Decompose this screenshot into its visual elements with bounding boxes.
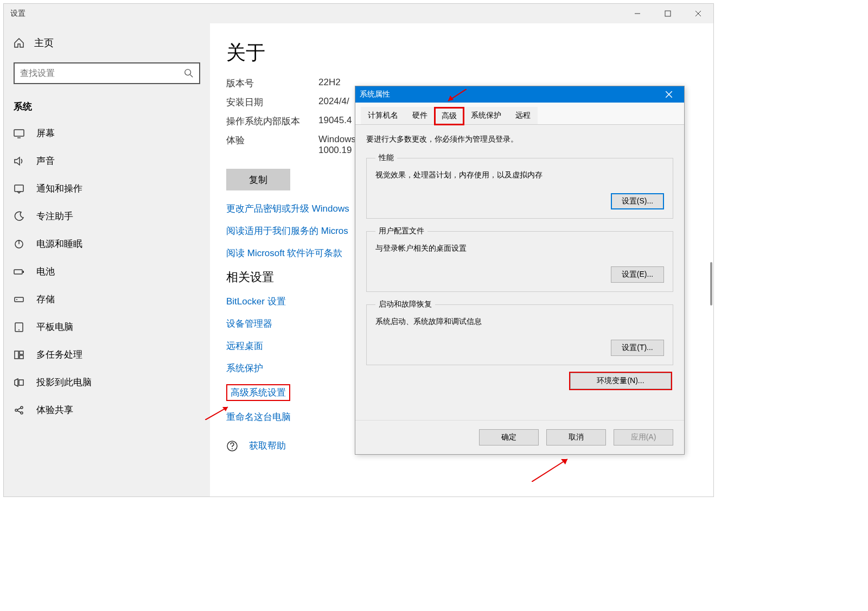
svg-line-5 [190, 75, 193, 78]
svg-point-4 [185, 69, 191, 75]
home-button[interactable]: 主页 [4, 31, 210, 55]
sidebar-item-display[interactable]: 屏幕 [4, 119, 210, 147]
system-properties-dialog: 系统属性 计算机名 硬件 高级 系统保护 远程 要进行大多数更改，你必须作为管理… [355, 86, 685, 455]
startup-desc: 系统启动、系统故障和调试信息 [375, 317, 664, 327]
share-icon [14, 405, 24, 416]
svg-rect-11 [14, 270, 22, 274]
sidebar-item-label: 声音 [36, 155, 55, 167]
svg-point-27 [232, 448, 233, 449]
multitask-icon [14, 349, 24, 360]
fieldset-startup: 启动和故障恢复 系统启动、系统故障和调试信息 设置(T)... [366, 300, 673, 365]
dialog-title: 系统属性 [360, 90, 390, 99]
sound-icon [14, 156, 24, 167]
sidebar-item-power[interactable]: 电源和睡眠 [4, 230, 210, 258]
sidebar-item-focus[interactable]: 专注助手 [4, 202, 210, 230]
apply-button[interactable]: 应用(A) [614, 429, 673, 445]
window-title: 设置 [10, 9, 25, 18]
svg-rect-12 [23, 271, 24, 273]
sidebar: 主页 系统 屏幕 声音 通知和操作 专注助手 [4, 23, 210, 497]
tab-remote[interactable]: 远程 [508, 107, 538, 124]
home-label: 主页 [34, 36, 54, 49]
sidebar-item-shared[interactable]: 体验共享 [4, 396, 210, 424]
legend-performance: 性能 [375, 153, 397, 163]
sidebar-header: 系统 [4, 92, 210, 119]
cancel-button[interactable]: 取消 [546, 429, 606, 445]
svg-point-23 [21, 412, 23, 414]
svg-point-22 [21, 406, 23, 409]
help-icon [226, 440, 238, 452]
dialog-close-button[interactable] [658, 86, 680, 103]
dialog-tabs: 计算机名 硬件 高级 系统保护 远程 [355, 103, 684, 125]
search-icon [184, 68, 194, 78]
info-value: 22H2 [318, 77, 341, 90]
svg-point-14 [16, 299, 17, 300]
fieldset-userprofiles: 用户配置文件 与登录帐户相关的桌面设置 设置(E)... [366, 226, 673, 292]
search-box[interactable] [14, 62, 200, 84]
title-bar: 设置 [4, 4, 713, 23]
tab-hardware[interactable]: 硬件 [405, 107, 435, 124]
legend-startup: 启动和故障恢复 [375, 300, 435, 309]
performance-settings-button[interactable]: 设置(S)... [611, 193, 664, 209]
page-title: 关于 [226, 40, 713, 66]
sidebar-item-sound[interactable]: 声音 [4, 147, 210, 175]
help-label: 获取帮助 [249, 440, 286, 452]
power-icon [14, 239, 24, 250]
svg-rect-17 [15, 351, 18, 359]
sidebar-item-project[interactable]: 投影到此电脑 [4, 368, 210, 396]
ok-button[interactable]: 确定 [479, 429, 539, 445]
svg-rect-6 [14, 130, 24, 136]
svg-line-25 [17, 411, 21, 412]
highlighted-link: 高级系统设置 [226, 384, 290, 401]
userprofiles-settings-button[interactable]: 设置(E)... [611, 266, 664, 283]
sidebar-item-tablet[interactable]: 平板电脑 [4, 313, 210, 341]
copy-button[interactable]: 复制 [226, 169, 290, 190]
search-input[interactable] [20, 68, 184, 78]
maximize-button[interactable] [653, 4, 683, 23]
userprofiles-desc: 与登录帐户相关的桌面设置 [375, 244, 664, 253]
sidebar-item-storage[interactable]: 存储 [4, 285, 210, 313]
svg-rect-20 [19, 380, 23, 385]
startup-settings-button[interactable]: 设置(T)... [611, 340, 664, 356]
dialog-footer: 确定 取消 应用(A) [355, 420, 684, 454]
info-label: 体验 [226, 134, 318, 156]
close-icon [666, 91, 672, 98]
sidebar-item-label: 通知和操作 [36, 182, 82, 195]
sidebar-item-label: 体验共享 [36, 404, 73, 416]
storage-icon [14, 294, 24, 305]
tab-advanced[interactable]: 高级 [435, 107, 464, 125]
info-label: 版本号 [226, 77, 318, 90]
minimize-button[interactable] [622, 4, 653, 23]
info-value: Windows 1000.19 [318, 134, 356, 156]
sidebar-item-multitask[interactable]: 多任务处理 [4, 341, 210, 368]
legend-userprofiles: 用户配置文件 [375, 226, 427, 236]
svg-rect-19 [20, 355, 23, 359]
fieldset-performance: 性能 视觉效果，处理器计划，内存使用，以及虚拟内存 设置(S)... [366, 153, 673, 219]
dialog-body: 要进行大多数更改，你必须作为管理员登录。 性能 视觉效果，处理器计划，内存使用，… [355, 125, 684, 399]
sidebar-item-notifications[interactable]: 通知和操作 [4, 175, 210, 202]
info-label: 安装日期 [226, 96, 318, 109]
info-value: 19045.4 [318, 115, 352, 128]
tab-computer-name[interactable]: 计算机名 [361, 107, 405, 124]
svg-point-16 [18, 329, 20, 330]
svg-rect-8 [15, 185, 23, 192]
scrollbar-thumb[interactable] [710, 262, 712, 306]
tablet-icon [14, 322, 24, 333]
environment-variables-button[interactable]: 环境变量(N)... [570, 373, 671, 389]
sidebar-item-label: 电源和睡眠 [36, 238, 82, 250]
window-controls [622, 4, 713, 23]
sidebar-item-label: 专注助手 [36, 210, 73, 222]
notification-icon [14, 183, 24, 194]
info-label: 操作系统内部版本 [226, 115, 318, 128]
tab-system-protection[interactable]: 系统保护 [464, 107, 508, 124]
close-button[interactable] [683, 4, 713, 23]
sidebar-item-label: 屏幕 [36, 127, 55, 139]
battery-icon [14, 266, 24, 277]
svg-rect-1 [665, 11, 671, 16]
home-icon [14, 37, 24, 48]
svg-rect-13 [15, 297, 23, 302]
moon-icon [14, 211, 24, 222]
sidebar-item-label: 存储 [36, 293, 55, 306]
info-value: 2024/4/ [318, 96, 349, 109]
project-icon [14, 377, 24, 388]
sidebar-item-battery[interactable]: 电池 [4, 258, 210, 285]
